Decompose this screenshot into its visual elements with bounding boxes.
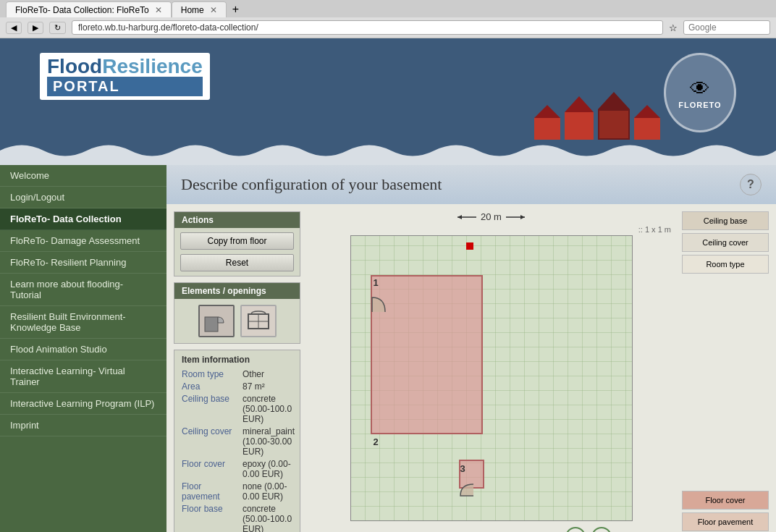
sidebar-item-data-collection[interactable]: FloReTo- Data Collection <box>0 208 166 230</box>
floor-area: 20 m :: 1 x 1 m 1 <box>308 211 675 532</box>
sidebar-item-login[interactable]: Login/Logout <box>0 187 166 208</box>
window-icon <box>245 310 271 333</box>
marker <box>466 242 473 250</box>
item-info-section: Item information Room type Other Area 87… <box>174 350 300 532</box>
sidebar-item-planning[interactable]: FloReTo- Resilient Planning <box>0 252 166 274</box>
nav-area: back ◀ ▶ next <box>350 521 633 532</box>
header: FloodResilience PORTAL 👁 FLORETO <box>0 38 776 165</box>
floor-canvas[interactable]: 1 2 3 <box>350 235 633 521</box>
sidebar-item-animation[interactable]: Flood Animation Studio <box>0 339 166 360</box>
info-label-floor-base: Floor base <box>182 504 240 532</box>
legend-floor-pavement[interactable]: Floor pavement <box>682 512 769 531</box>
item-info-title: Item information <box>182 355 292 365</box>
sidebar-item-knowledge[interactable]: Resilient Built Environment- Knowledge B… <box>0 306 166 339</box>
door-arc-3 <box>459 481 475 497</box>
info-value-floor-base: concrete (50.00-100.0 EUR) <box>242 504 292 532</box>
svg-marker-7 <box>520 215 525 219</box>
element-window[interactable] <box>240 305 277 337</box>
page-title: Describe configuration of your basement <box>181 175 442 194</box>
room-num-2: 2 <box>374 436 379 447</box>
door-1 <box>371 295 389 313</box>
arrow-left <box>456 213 478 221</box>
back-button[interactable]: back ◀ <box>542 527 585 532</box>
info-label-ceiling-cover: Ceiling cover <box>182 426 240 457</box>
actions-section: Actions Copy from floor Reset <box>174 211 300 276</box>
tab-close-home[interactable]: ✕ <box>210 5 217 15</box>
sidebar-item-imprint[interactable]: Imprint <box>0 415 166 436</box>
reset-button[interactable]: Reset <box>180 254 294 271</box>
wall-icon <box>203 310 229 333</box>
tab-close-floreto[interactable]: ✕ <box>155 5 162 15</box>
dimension-row: 20 m <box>456 211 526 222</box>
back-circle: ◀ <box>565 527 586 532</box>
main-layout: Welcome Login/Logout FloReTo- Data Colle… <box>0 165 776 532</box>
right-legend: Ceiling base Ceiling cover Room type Flo… <box>682 211 769 532</box>
reload-button[interactable]: ↻ <box>49 22 66 34</box>
tab-home-label: Home <box>181 5 204 15</box>
sidebar-item-tutorial[interactable]: Learn more about flooding- Tutorial <box>0 274 166 306</box>
room-num-1: 1 <box>374 277 379 288</box>
info-row-floor-pavement: Floor pavement none (0.00-0.00 EUR) <box>182 481 292 502</box>
search-box[interactable] <box>683 20 770 35</box>
wave-decoration <box>0 136 776 165</box>
legend-ceiling-base[interactable]: Ceiling base <box>682 211 769 230</box>
tab-home[interactable]: Home ✕ <box>172 1 227 17</box>
arrow-right <box>505 213 526 221</box>
door-3 <box>459 481 475 499</box>
info-label-floor-pavement: Floor pavement <box>182 481 240 502</box>
legend-floor-cover[interactable]: Floor cover <box>682 491 769 510</box>
info-row-floor-base: Floor base concrete (50.00-100.0 EUR) <box>182 504 292 532</box>
door-arc-1 <box>371 295 389 313</box>
element-wall[interactable] <box>198 305 235 337</box>
info-row-ceiling-cover: Ceiling cover mineral_paint (10.00-30.00… <box>182 426 292 457</box>
content: Describe configuration of your basement … <box>166 165 776 532</box>
sidebar-item-damage[interactable]: FloReTo- Damage Assessment <box>0 230 166 252</box>
room-num-3: 3 <box>460 463 465 474</box>
address-bar[interactable] <box>72 20 663 35</box>
info-label-room-type: Room type <box>182 369 240 379</box>
content-body: Actions Copy from floor Reset Elements /… <box>166 204 776 532</box>
back-browser-button[interactable]: ◀ <box>6 22 22 34</box>
svg-rect-0 <box>205 317 218 332</box>
info-label-floor-cover: Floor cover <box>182 459 240 479</box>
page-header: Describe configuration of your basement … <box>166 165 776 204</box>
legend-ceiling-cover[interactable]: Ceiling cover <box>682 233 769 252</box>
next-button[interactable]: ▶ next <box>591 527 633 532</box>
floreto-label: FLORETO <box>678 101 721 109</box>
legend-room-type[interactable]: Room type <box>682 255 769 274</box>
info-value-floor-pavement: none (0.00-0.00 EUR) <box>242 481 292 502</box>
info-row-room-type: Room type Other <box>182 369 292 379</box>
sidebar-item-trainer[interactable]: Interactive Learning- Virtual Trainer <box>0 360 166 393</box>
legend-spacer <box>682 276 769 401</box>
sidebar-item-welcome[interactable]: Welcome <box>0 165 166 187</box>
info-value-area: 87 m² <box>242 381 265 392</box>
new-tab-button[interactable]: + <box>227 1 245 17</box>
next-circle: ▶ <box>591 527 612 532</box>
bookmark-icon: ☆ <box>669 22 678 33</box>
forward-browser-button[interactable]: ▶ <box>28 22 43 34</box>
info-value-ceiling-base: concrete (50.00-100.0 EUR) <box>242 394 292 424</box>
info-label-area: Area <box>182 381 240 392</box>
info-value-ceiling-cover: mineral_paint (10.00-30.00 EUR) <box>242 426 295 457</box>
info-value-floor-cover: epoxy (0.00-0.00 EUR) <box>242 459 292 479</box>
info-row-area: Area 87 m² <box>182 381 292 392</box>
elements-grid <box>174 299 300 343</box>
actions-title: Actions <box>174 212 300 228</box>
info-label-ceiling-base: Ceiling base <box>182 394 240 424</box>
help-button[interactable]: ? <box>740 174 762 195</box>
left-panel: Actions Copy from floor Reset Elements /… <box>174 211 300 532</box>
dimension-label: 20 m <box>481 211 502 222</box>
grid-scale: :: 1 x 1 m <box>308 225 675 234</box>
tab-bar: FloReTo- Data Collection: FloReTo ✕ Home… <box>0 0 776 17</box>
info-row-ceiling-base: Ceiling base concrete (50.00-100.0 EUR) <box>182 394 292 424</box>
info-row-floor-cover: Floor cover epoxy (0.00-0.00 EUR) <box>182 459 292 479</box>
sidebar-item-ilp[interactable]: Interactive Learning Program (ILP) <box>0 393 166 415</box>
browser-bar: ◀ ▶ ↻ ☆ <box>0 17 776 38</box>
floreto-badge: 👁 FLORETO <box>664 53 736 132</box>
logo-portal: PORTAL <box>47 77 203 96</box>
copy-from-floor-button[interactable]: Copy from floor <box>180 232 294 250</box>
tab-floreto[interactable]: FloReTo- Data Collection: FloReTo ✕ <box>6 1 172 17</box>
logo: FloodResilience PORTAL <box>40 53 210 100</box>
logo-text: FloodResilience <box>47 56 203 77</box>
sidebar: Welcome Login/Logout FloReTo- Data Colle… <box>0 165 166 532</box>
